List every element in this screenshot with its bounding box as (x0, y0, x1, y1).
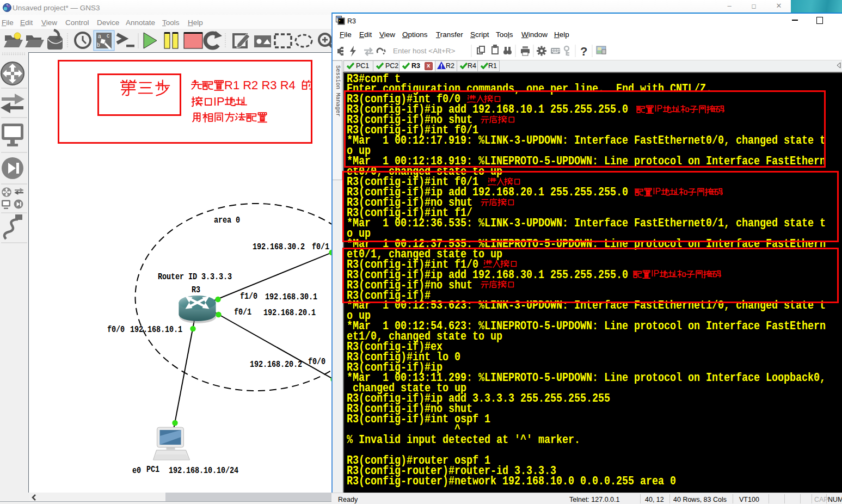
svg-text:Enter host <Alt+R>: Enter host <Alt+R> (393, 47, 456, 55)
svg-text:?: ? (580, 45, 587, 58)
svg-text:b: b (97, 42, 100, 48)
svg-text:c: c (107, 33, 109, 39)
svg-text:a: a (98, 33, 101, 39)
